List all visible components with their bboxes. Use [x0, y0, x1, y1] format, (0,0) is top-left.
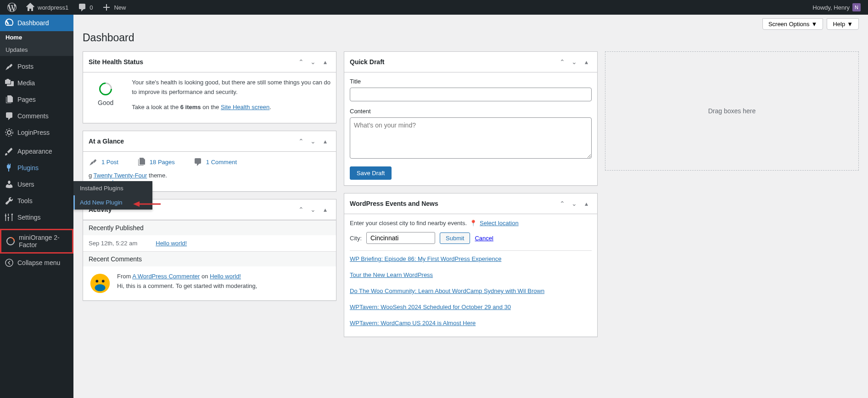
- menu-miniorange-label: miniOrange 2-Factor: [19, 234, 67, 249]
- move-up-icon[interactable]: ⌃: [557, 198, 568, 209]
- glance-comments[interactable]: 1 Comment: [193, 157, 237, 166]
- move-up-icon[interactable]: ⌃: [557, 56, 568, 67]
- pin-icon: [89, 157, 98, 166]
- comment-post-link[interactable]: Hello world!: [210, 273, 241, 280]
- users-icon: [5, 180, 14, 189]
- move-down-icon[interactable]: ⌄: [569, 198, 580, 209]
- dropzone-text: Drag boxes here: [708, 107, 756, 115]
- flyout-add-new-plugin[interactable]: Add New Plugin: [73, 195, 152, 210]
- toggle-icon[interactable]: ▴: [319, 136, 330, 147]
- menu-media[interactable]: Media: [0, 75, 73, 91]
- news-link[interactable]: WP Briefing: Episode 86: My First WordPr…: [350, 255, 501, 262]
- menu-plugins-label: Plugins: [17, 164, 39, 171]
- collapse-icon: [5, 258, 14, 267]
- toggle-icon[interactable]: ▴: [319, 204, 330, 215]
- menu-comments[interactable]: Comments: [0, 108, 73, 124]
- news-link[interactable]: Do The Woo Community: Learn About WordCa…: [350, 287, 544, 294]
- chevron-down-icon: ▼: [847, 21, 853, 28]
- submenu-updates[interactable]: Updates: [0, 44, 73, 56]
- quick-draft-title: Quick Draft: [350, 58, 384, 66]
- menu-loginpress[interactable]: LoginPress: [0, 124, 73, 141]
- move-up-icon[interactable]: ⌃: [296, 204, 307, 215]
- help-button[interactable]: Help ▼: [827, 18, 859, 30]
- menu-tools[interactable]: Tools: [0, 193, 73, 209]
- comment-text: Hi, this is a comment. To get started wi…: [117, 282, 257, 289]
- select-location-link[interactable]: Select location: [480, 220, 519, 227]
- events-news-box: WordPress Events and News ⌃ ⌄ ▴ Enter yo…: [344, 193, 598, 337]
- menu-miniorange[interactable]: miniOrange 2-Factor: [0, 229, 73, 254]
- wordpress-icon: [7, 3, 17, 12]
- menu-loginpress-label: LoginPress: [17, 129, 50, 136]
- menu-users-label: Users: [17, 181, 34, 188]
- new-content-link[interactable]: New: [98, 0, 129, 15]
- news-list: WP Briefing: Episode 86: My First WordPr…: [350, 250, 592, 331]
- chevron-down-icon: ▼: [812, 21, 818, 28]
- toggle-icon[interactable]: ▴: [581, 198, 592, 209]
- move-down-icon[interactable]: ⌄: [308, 136, 319, 147]
- glance-pages[interactable]: 18 Pages: [137, 157, 175, 166]
- menu-appearance-label: Appearance: [17, 148, 52, 155]
- menu-users[interactable]: Users: [0, 176, 73, 193]
- enter-city-text: Enter your closest city to find nearby e…: [350, 220, 467, 227]
- page-title: Dashboard: [83, 32, 859, 44]
- menu-posts[interactable]: Posts: [0, 58, 73, 75]
- media-icon: [5, 78, 14, 88]
- site-name-link[interactable]: wordpress1: [22, 0, 72, 15]
- menu-media-label: Media: [17, 79, 35, 87]
- glance-title: At a Glance: [89, 138, 124, 145]
- submit-button[interactable]: Submit: [440, 232, 470, 244]
- menu-dashboard[interactable]: Dashboard: [0, 15, 73, 31]
- site-health-link[interactable]: Site Health screen: [221, 104, 269, 111]
- plugins-flyout: Installed Plugins Add New Plugin: [73, 181, 152, 210]
- menu-settings[interactable]: Settings: [0, 209, 73, 226]
- menu-collapse[interactable]: Collapse menu: [0, 254, 73, 271]
- dashboard-icon: [5, 18, 14, 28]
- move-down-icon[interactable]: ⌄: [308, 204, 319, 215]
- menu-appearance[interactable]: Appearance: [0, 143, 73, 160]
- city-input[interactable]: [366, 232, 435, 244]
- cancel-link[interactable]: Cancel: [475, 235, 493, 242]
- news-link[interactable]: WPTavern: WordCamp US 2024 is Almost Her…: [350, 320, 476, 326]
- toggle-icon[interactable]: ▴: [581, 56, 592, 67]
- sliders-icon: [5, 213, 14, 222]
- news-link[interactable]: WPTavern: WooSesh 2024 Scheduled for Oct…: [350, 304, 511, 310]
- admin-sidebar: Dashboard Home Updates Posts Media Pages…: [0, 15, 73, 346]
- howdy-text: Howdy, Henry: [812, 4, 850, 11]
- flyout-installed-plugins[interactable]: Installed Plugins: [73, 181, 152, 195]
- menu-plugins[interactable]: Plugins: [0, 160, 73, 176]
- theme-link[interactable]: Twenty Twenty-Four: [94, 172, 147, 179]
- menu-pages[interactable]: Pages: [0, 91, 73, 108]
- avatar: N: [852, 3, 861, 11]
- menu-comments-label: Comments: [17, 112, 49, 120]
- activity-date: Sep 12th, 5:22 am: [89, 240, 137, 247]
- draft-title-input[interactable]: [350, 88, 592, 101]
- move-down-icon[interactable]: ⌄: [569, 56, 580, 67]
- move-up-icon[interactable]: ⌃: [296, 136, 307, 147]
- activity-row: Sep 12th, 5:22 am Hello world!: [83, 235, 336, 251]
- quick-draft-box: Quick Draft ⌃ ⌄ ▴ Title Content: [344, 51, 598, 186]
- plugin-icon: [5, 163, 14, 172]
- draft-title-label: Title: [350, 78, 592, 85]
- draft-content-textarea[interactable]: [350, 117, 592, 159]
- save-draft-button[interactable]: Save Draft: [350, 166, 392, 180]
- activity-post-link[interactable]: Hello world!: [156, 240, 187, 247]
- dropzone[interactable]: Drag boxes here: [605, 51, 859, 171]
- comment-author-link[interactable]: A WordPress Commenter: [132, 273, 200, 280]
- menu-settings-label: Settings: [17, 214, 41, 221]
- toggle-icon[interactable]: ▴: [319, 56, 330, 67]
- howdy-link[interactable]: Howdy, Henry N: [809, 0, 864, 15]
- glance-posts[interactable]: 1 Post: [89, 157, 118, 166]
- move-down-icon[interactable]: ⌄: [308, 56, 319, 67]
- comments-link[interactable]: 0: [74, 0, 96, 15]
- news-link[interactable]: Tour the New Learn WordPress: [350, 271, 433, 278]
- site-name-text: wordpress1: [38, 4, 68, 11]
- location-icon: 📍: [470, 220, 477, 227]
- dashboard-submenu: Home Updates: [0, 31, 73, 56]
- submenu-home[interactable]: Home: [0, 31, 73, 44]
- move-up-icon[interactable]: ⌃: [296, 56, 307, 67]
- screen-options-button[interactable]: Screen Options ▼: [762, 18, 823, 30]
- svg-point-3: [6, 259, 13, 266]
- wp-logo[interactable]: [4, 0, 20, 15]
- menu-collapse-label: Collapse menu: [17, 259, 60, 266]
- draft-content-label: Content: [350, 108, 592, 115]
